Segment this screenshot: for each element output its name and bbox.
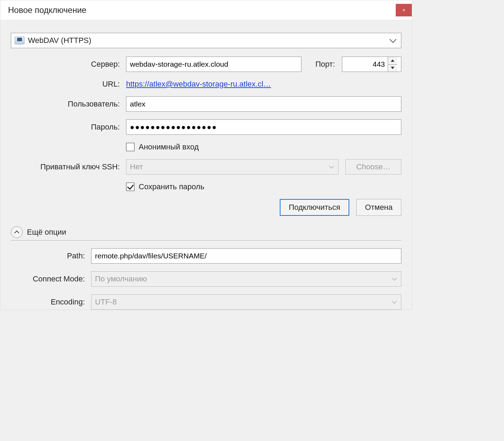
chevron-down-icon — [392, 276, 397, 281]
anon-checkbox[interactable] — [126, 143, 134, 151]
row-anon: Анонимный вход — [11, 142, 401, 152]
chevron-down-icon — [392, 299, 397, 304]
choose-button: Choose… — [345, 159, 401, 175]
server-input[interactable] — [126, 57, 301, 72]
password-input[interactable] — [126, 119, 401, 135]
encoding-value: UTF-8 — [95, 297, 117, 307]
user-label: Пользователь: — [11, 100, 126, 109]
encoding-dropdown: UTF-8 — [91, 294, 401, 310]
button-row: Подключиться Отмена — [11, 199, 401, 216]
row-encoding: Encoding: UTF-8 — [11, 294, 401, 310]
connect-button[interactable]: Подключиться — [280, 199, 349, 216]
port-box — [342, 57, 401, 72]
save-password-checkbox[interactable] — [126, 183, 134, 191]
more-options-header: Ещё опции — [11, 226, 401, 241]
encoding-label: Encoding: — [11, 297, 91, 307]
ssh-none-label: Нет — [130, 162, 143, 171]
save-password-label: Сохранить пароль — [139, 182, 204, 191]
ssh-label: Приватный ключ SSH: — [11, 162, 126, 171]
connection-dialog: Новое подключение × WebDAV (HTTPS) Серве… — [0, 0, 412, 310]
collapse-button[interactable] — [11, 226, 23, 238]
titlebar: Новое подключение × — [0, 0, 412, 20]
row-savepw: Сохранить пароль — [11, 182, 401, 191]
row-connect-mode: Connect Mode: По умолчанию — [11, 271, 401, 287]
close-button[interactable]: × — [396, 4, 412, 16]
port-input[interactable] — [342, 57, 388, 72]
connect-mode-dropdown: По умолчанию — [91, 271, 401, 287]
row-server: Сервер: Порт: — [11, 57, 401, 72]
port-down-button[interactable] — [388, 65, 397, 72]
triangle-down-icon — [391, 67, 394, 69]
cancel-label: Отмена — [365, 203, 393, 212]
more-options-section: Path: Connect Mode: По умолчанию — [11, 248, 401, 310]
form: Сервер: Порт: URL: https://a — [11, 57, 401, 310]
protocol-label: WebDAV (HTTPS) — [28, 36, 390, 45]
path-input[interactable] — [91, 248, 401, 264]
connect-mode-label: Connect Mode: — [11, 274, 91, 284]
triangle-up-icon — [391, 59, 394, 62]
row-ssh: Приватный ключ SSH: Нет Choose… — [11, 159, 401, 175]
user-input[interactable] — [126, 96, 401, 112]
row-path: Path: — [11, 248, 401, 264]
chevron-down-icon — [389, 36, 396, 43]
path-label: Path: — [11, 251, 91, 260]
close-icon: × — [402, 7, 405, 13]
row-url: URL: https://atlex@webdav-storage-ru.atl… — [11, 80, 401, 89]
server-label: Сервер: — [11, 60, 126, 69]
protocol-dropdown[interactable]: WebDAV (HTTPS) — [11, 33, 401, 48]
chevron-up-icon — [14, 230, 19, 235]
ssh-key-dropdown: Нет — [126, 159, 338, 175]
port-spinner — [388, 57, 397, 72]
port-up-button[interactable] — [388, 57, 397, 65]
connect-label: Подключиться — [289, 203, 340, 212]
cancel-button[interactable]: Отмена — [356, 199, 401, 216]
disk-icon — [15, 37, 24, 44]
choose-label: Choose… — [356, 162, 390, 171]
password-label: Пароль: — [11, 123, 126, 132]
row-password: Пароль: — [11, 119, 401, 135]
connect-mode-value: По умолчанию — [95, 274, 147, 284]
row-user: Пользователь: — [11, 96, 401, 112]
window-title: Новое подключение — [8, 5, 86, 15]
chevron-down-icon — [329, 164, 334, 169]
more-options-title: Ещё опции — [27, 228, 66, 237]
url-link[interactable]: https://atlex@webdav-storage-ru.atlex.cl… — [126, 80, 271, 89]
port-label: Порт: — [315, 60, 335, 69]
anon-label: Анонимный вход — [139, 142, 199, 152]
url-label: URL: — [11, 80, 126, 89]
dialog-body: WebDAV (HTTPS) Сервер: Порт: — [0, 20, 412, 310]
